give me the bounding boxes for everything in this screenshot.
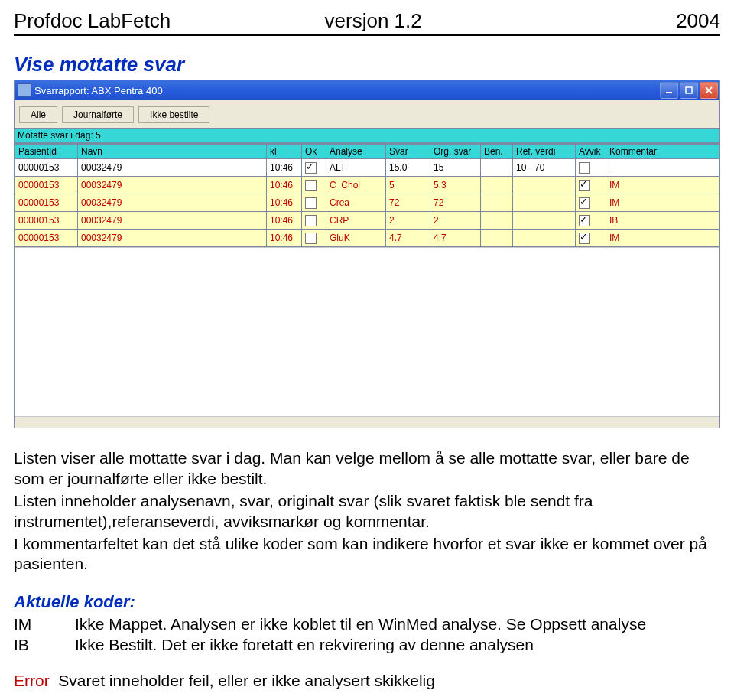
filter-all-button[interactable]: Alle <box>19 106 57 123</box>
error-desc: Svaret inneholder feil, eller er ikke an… <box>58 672 435 689</box>
minimize-button[interactable] <box>660 82 678 99</box>
cell-svar: 2 <box>386 212 430 230</box>
cell-analyse: ALT <box>326 159 386 177</box>
svg-rect-1 <box>686 87 692 93</box>
cell-kommentar: IM <box>606 177 719 194</box>
cell-ok <box>302 230 326 247</box>
col-refverdi[interactable]: Ref. verdi <box>513 145 576 159</box>
status-bar: Motatte svar i dag: 5 <box>15 128 719 143</box>
cell-svar: 15.0 <box>386 159 430 177</box>
cell-analyse: C_Chol <box>326 177 386 194</box>
titlebar: Svarrapport: ABX Pentra 400 <box>15 80 719 100</box>
cell-navn: 00032479 <box>78 194 267 212</box>
cell-kl: 10:46 <box>267 212 302 230</box>
code-label: IM <box>14 614 75 635</box>
cell-ben <box>481 230 513 247</box>
cell-ok <box>302 177 326 194</box>
svg-rect-0 <box>666 92 672 93</box>
cell-analyse: CRP <box>326 212 386 230</box>
cell-ok-checkbox[interactable] <box>305 233 317 244</box>
cell-ok-checkbox[interactable] <box>305 162 317 174</box>
window-title: Svarrapport: ABX Pentra 400 <box>34 85 660 96</box>
maximize-button[interactable] <box>680 82 698 99</box>
cell-orgsvar: 4.7 <box>430 230 481 247</box>
col-analyse[interactable]: Analyse <box>326 145 386 159</box>
cell-kl: 10:46 <box>267 177 302 194</box>
cell-svar: 72 <box>386 194 430 212</box>
cell-avvik-checkbox[interactable] <box>579 197 590 209</box>
minimize-icon <box>665 86 673 94</box>
doc-product: Profdoc LabFetch <box>14 9 325 33</box>
cell-ben <box>481 212 513 230</box>
cell-ok-checkbox[interactable] <box>305 215 317 226</box>
table-row[interactable]: 000001530003247910:46CRP22IB <box>15 212 719 230</box>
col-orgsvar[interactable]: Org. svar <box>430 145 481 159</box>
cell-navn: 00032479 <box>78 177 267 194</box>
code-desc: Ikke Bestilt. Det er ikke foretatt en re… <box>75 635 720 656</box>
cell-analyse: Crea <box>326 194 386 212</box>
doc-header: Profdoc LabFetch versjon 1.2 2004 <box>14 9 720 36</box>
cell-navn: 00032479 <box>78 212 267 230</box>
app-icon <box>18 83 31 97</box>
col-avvik[interactable]: Avvik <box>576 145 606 159</box>
cell-pasientid: 00000153 <box>15 212 78 230</box>
cell-avvik-checkbox[interactable] <box>579 162 590 174</box>
cell-ref <box>513 230 576 247</box>
cell-kl: 10:46 <box>267 194 302 212</box>
cell-pasientid: 00000153 <box>15 230 78 247</box>
close-button[interactable] <box>700 82 718 99</box>
cell-ben <box>481 159 513 177</box>
cell-ref <box>513 212 576 230</box>
explanation-block: Listen viser alle mottatte svar i dag. M… <box>14 448 720 692</box>
cell-orgsvar: 72 <box>430 194 481 212</box>
cell-ref: 10 - 70 <box>513 159 576 177</box>
window-bottom-bar <box>15 416 719 428</box>
table-row[interactable]: 000001530003247910:46Crea7272IM <box>15 194 719 212</box>
cell-ref <box>513 194 576 212</box>
error-label: Error <box>14 672 50 689</box>
codes-title: Aktuelle koder: <box>14 591 720 613</box>
cell-svar: 4.7 <box>386 230 430 247</box>
table-row[interactable]: 000001530003247910:46C_Chol55.3IM <box>15 177 719 194</box>
cell-pasientid: 00000153 <box>15 159 78 177</box>
cell-ok <box>302 194 326 212</box>
filter-journal-button[interactable]: Journalførte <box>62 106 134 123</box>
cell-kommentar: IM <box>606 230 719 247</box>
results-table: PasientId Navn kl Ok Analyse Svar Org. s… <box>15 144 719 247</box>
cell-ref <box>513 177 576 194</box>
cell-avvik-checkbox[interactable] <box>579 180 590 191</box>
col-navn[interactable]: Navn <box>78 145 267 159</box>
doc-version: versjon 1.2 <box>325 9 580 33</box>
close-icon <box>705 86 713 94</box>
explain-p3: I kommentarfeltet kan det stå ulike kode… <box>14 534 720 575</box>
cell-kl: 10:46 <box>267 230 302 247</box>
code-row: IMIkke Mappet. Analysen er ikke koblet t… <box>14 614 720 635</box>
maximize-icon <box>685 86 693 94</box>
explain-p1: Listen viser alle mottatte svar i dag. M… <box>14 448 720 490</box>
cell-ok-checkbox[interactable] <box>305 180 317 191</box>
cell-avvik-checkbox[interactable] <box>579 233 590 244</box>
code-desc: Ikke Mappet. Analysen er ikke koblet til… <box>75 614 720 635</box>
col-kl[interactable]: kl <box>267 145 302 159</box>
cell-avvik <box>576 159 606 177</box>
doc-year: 2004 <box>579 9 720 33</box>
col-ben[interactable]: Ben. <box>481 145 513 159</box>
grid-blank-area <box>15 247 719 416</box>
col-pasientid[interactable]: PasientId <box>15 145 78 159</box>
cell-avvik-checkbox[interactable] <box>579 215 590 226</box>
cell-orgsvar: 15 <box>430 159 481 177</box>
cell-analyse: GluK <box>326 230 386 247</box>
col-kommentar[interactable]: Kommentar <box>606 145 719 159</box>
cell-kommentar: IM <box>606 194 719 212</box>
error-line: Error Svaret inneholder feil, eller er i… <box>14 671 720 692</box>
explain-p2: Listen inneholder analysenavn, svar, ori… <box>14 491 720 532</box>
col-ok[interactable]: Ok <box>302 145 326 159</box>
cell-orgsvar: 5.3 <box>430 177 481 194</box>
cell-avvik <box>576 230 606 247</box>
table-row[interactable]: 000001530003247910:46ALT15.01510 - 70 <box>15 159 719 177</box>
col-svar[interactable]: Svar <box>386 145 430 159</box>
filter-notordered-button[interactable]: Ikke bestilte <box>138 106 209 123</box>
table-row[interactable]: 000001530003247910:46GluK4.74.7IM <box>15 230 719 247</box>
cell-ok-checkbox[interactable] <box>305 197 317 209</box>
cell-svar: 5 <box>386 177 430 194</box>
